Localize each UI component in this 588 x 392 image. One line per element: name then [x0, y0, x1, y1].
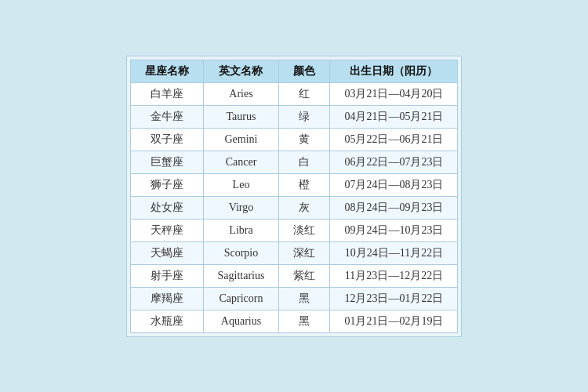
cell-english-name: Capricorn [203, 287, 279, 310]
cell-color: 淡红 [279, 219, 330, 241]
cell-english-name: Gemini [203, 128, 279, 151]
header-chinese-name: 星座名称 [130, 60, 203, 82]
cell-color: 绿 [279, 105, 330, 128]
table-header-row: 星座名称 英文名称 颜色 出生日期（阳历） [130, 60, 458, 82]
cell-english-name: Libra [203, 219, 279, 241]
cell-date: 06月22日—07月23日 [330, 151, 458, 173]
cell-color: 红 [279, 82, 330, 105]
cell-chinese-name: 巨蟹座 [130, 151, 203, 173]
cell-chinese-name: 摩羯座 [130, 287, 203, 310]
header-english-name: 英文名称 [203, 60, 279, 82]
cell-english-name: Sagittarius [203, 264, 279, 287]
cell-chinese-name: 狮子座 [130, 173, 203, 196]
zodiac-table: 星座名称 英文名称 颜色 出生日期（阳历） 白羊座Aries红03月21日—04… [130, 60, 459, 333]
table-row: 摩羯座Capricorn黑12月23日—01月22日 [130, 287, 458, 310]
cell-color: 黑 [279, 287, 330, 310]
cell-date: 04月21日—05月21日 [330, 105, 458, 128]
cell-chinese-name: 水瓶座 [130, 310, 203, 332]
cell-chinese-name: 白羊座 [130, 82, 203, 105]
cell-date: 05月22日—06月21日 [330, 128, 458, 151]
cell-english-name: Cancer [203, 151, 279, 173]
cell-english-name: Aquarius [203, 310, 279, 332]
cell-date: 10月24日—11月22日 [330, 241, 458, 264]
cell-english-name: Aries [203, 82, 279, 105]
table-row: 巨蟹座Cancer白06月22日—07月23日 [130, 151, 458, 173]
header-color: 颜色 [279, 60, 330, 82]
table-row: 天秤座Libra淡红09月24日—10月23日 [130, 219, 458, 241]
cell-english-name: Virgo [203, 196, 279, 219]
table-row: 白羊座Aries红03月21日—04月20日 [130, 82, 458, 105]
cell-date: 01月21日—02月19日 [330, 310, 458, 332]
cell-color: 黄 [279, 128, 330, 151]
table-row: 水瓶座Aquarius黑01月21日—02月19日 [130, 310, 458, 332]
cell-chinese-name: 射手座 [130, 264, 203, 287]
header-date: 出生日期（阳历） [330, 60, 458, 82]
cell-date: 12月23日—01月22日 [330, 287, 458, 310]
cell-chinese-name: 处女座 [130, 196, 203, 219]
table-row: 射手座Sagittarius紫红11月23日—12月22日 [130, 264, 458, 287]
cell-color: 灰 [279, 196, 330, 219]
zodiac-table-container: 星座名称 英文名称 颜色 出生日期（阳历） 白羊座Aries红03月21日—04… [126, 56, 463, 337]
cell-chinese-name: 金牛座 [130, 105, 203, 128]
table-row: 处女座Virgo灰08月24日—09月23日 [130, 196, 458, 219]
cell-date: 11月23日—12月22日 [330, 264, 458, 287]
cell-color: 紫红 [279, 264, 330, 287]
cell-color: 橙 [279, 173, 330, 196]
cell-color: 白 [279, 151, 330, 173]
cell-english-name: Leo [203, 173, 279, 196]
cell-chinese-name: 双子座 [130, 128, 203, 151]
table-row: 双子座Gemini黄05月22日—06月21日 [130, 128, 458, 151]
cell-date: 09月24日—10月23日 [330, 219, 458, 241]
table-row: 狮子座Leo橙07月24日—08月23日 [130, 173, 458, 196]
cell-chinese-name: 天秤座 [130, 219, 203, 241]
cell-chinese-name: 天蝎座 [130, 241, 203, 264]
cell-english-name: Taurus [203, 105, 279, 128]
table-row: 金牛座Taurus绿04月21日—05月21日 [130, 105, 458, 128]
cell-date: 08月24日—09月23日 [330, 196, 458, 219]
table-row: 天蝎座Scorpio深红10月24日—11月22日 [130, 241, 458, 264]
cell-date: 07月24日—08月23日 [330, 173, 458, 196]
cell-date: 03月21日—04月20日 [330, 82, 458, 105]
cell-color: 深红 [279, 241, 330, 264]
cell-color: 黑 [279, 310, 330, 332]
cell-english-name: Scorpio [203, 241, 279, 264]
